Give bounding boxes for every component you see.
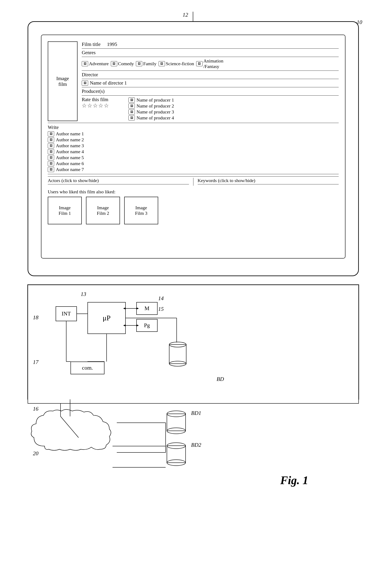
ref-bd2: BD2 [191, 442, 201, 448]
family-label: Family [143, 61, 156, 66]
animation-label: Animation /Fantasy [203, 58, 223, 69]
actors-toggle[interactable]: Actors (click to show/hide) [48, 178, 189, 183]
keywords-toggle[interactable]: Keywords (click to show/hide) [198, 178, 339, 183]
genres-row: 🖼 Adventure 🖼 Comedy 🖼 Family 🖼 Science-… [82, 58, 339, 69]
keywords-col: Keywords (click to show/hide) [198, 178, 339, 186]
film-title-value: 1995 [107, 42, 117, 47]
author7-icon: 🖼 [48, 167, 54, 172]
author5-name: Author name 5 [56, 155, 84, 160]
genres-label: Genres [82, 50, 339, 55]
actors-col: Actors (click to show/hide) [48, 178, 193, 186]
producer2-icon: 🖼 [128, 104, 135, 108]
author4-icon: 🖼 [48, 149, 54, 154]
author1-name: Author name 1 [56, 131, 84, 137]
also-liked-label: Users who liked this film also liked: [48, 189, 339, 195]
image-film-label: Image film [56, 76, 69, 87]
film-thumb-3-label: ImageFilm 3 [135, 205, 147, 216]
film-header: Image film Film title 1995 Genres 🖼 Adve… [48, 42, 339, 121]
genre-comedy[interactable]: 🖼 Comedy [111, 61, 134, 66]
genre-family[interactable]: 🖼 Family [136, 61, 156, 66]
hardware-section: INT μP M Pg com. [28, 285, 359, 404]
fig-label: Fig. 1 [280, 474, 308, 487]
film-title-row: Film title 1995 [82, 42, 339, 47]
svg-marker-32 [136, 324, 139, 327]
stars[interactable]: ☆☆☆☆☆ [82, 102, 124, 109]
producer1-name: Name of producer 1 [137, 97, 174, 103]
also-liked-section: Users who liked this film also liked: Im… [48, 189, 339, 224]
author6-icon: 🖼 [48, 161, 54, 166]
producer-1[interactable]: 🖼 Name of producer 1 [128, 97, 174, 103]
author2-name: Author name 2 [56, 137, 84, 143]
producer4-icon: 🖼 [128, 115, 135, 121]
film-thumbnails: ImageFilm 1 ImageFilm 2 ImageFilm 3 [48, 197, 339, 224]
adventure-icon: 🖼 [82, 61, 88, 66]
image-film-box: Image film [48, 42, 78, 121]
author3-name: Author name 3 [56, 143, 84, 148]
author-7[interactable]: 🖼 Author name 7 [48, 167, 339, 172]
screen: Image film Film title 1995 Genres 🖼 Adve… [41, 35, 345, 258]
write-section: Write 🖼 Author name 1 🖼 Author name 2 🖼 … [48, 125, 339, 172]
author-5[interactable]: 🖼 Author name 5 [48, 155, 339, 160]
author2-icon: 🖼 [48, 137, 54, 142]
producer1-icon: 🖼 [128, 98, 135, 103]
author-4[interactable]: 🖼 Author name 4 [48, 149, 339, 154]
producers-rate-area: Rate this film ☆☆☆☆☆ 🖼 Name of producer … [82, 97, 339, 121]
author-2[interactable]: 🖼 Author name 2 [48, 137, 339, 143]
film-details: Film title 1995 Genres 🖼 Adventure 🖼 Com… [82, 42, 339, 121]
producer-2[interactable]: 🖼 Name of producer 2 [128, 103, 174, 109]
producers-label: Producer(s) [82, 89, 339, 94]
bd2-cylinder [166, 442, 187, 470]
director-name: Name of director 1 [90, 80, 127, 86]
svg-rect-43 [167, 446, 185, 463]
producer3-icon: 🖼 [128, 109, 135, 114]
film-thumb-2[interactable]: ImageFilm 2 [86, 197, 120, 224]
producer-4[interactable]: 🖼 Name of producer 4 [128, 115, 174, 121]
ref-14: 14 [158, 295, 164, 302]
comedy-label: Comedy [118, 61, 134, 66]
genre-animation[interactable]: 🖼 Animation /Fantasy [196, 58, 223, 69]
device: Image film Film title 1995 Genres 🖼 Adve… [28, 21, 359, 276]
write-label: Write [48, 125, 339, 130]
genre-scifi[interactable]: 🖼 Science-fiction [159, 61, 194, 66]
ref-12: 12 [183, 12, 188, 18]
producer2-name: Name of producer 2 [137, 103, 174, 109]
author5-icon: 🖼 [48, 155, 54, 160]
comedy-icon: 🖼 [111, 61, 117, 66]
ref-17: 17 [33, 359, 39, 365]
author4-name: Author name 4 [56, 149, 84, 154]
author1-icon: 🖼 [48, 131, 54, 136]
ref-20: 20 [33, 450, 39, 457]
animation-icon: 🖼 [196, 61, 203, 66]
family-icon: 🖼 [136, 61, 142, 66]
svg-marker-31 [123, 324, 126, 327]
scifi-icon: 🖼 [159, 61, 165, 66]
genre-adventure[interactable]: 🖼 Adventure [82, 61, 109, 66]
actors-keywords-row: Actors (click to show/hide) Keywords (cl… [48, 176, 339, 186]
ref-bd1: BD1 [191, 410, 201, 416]
author-1[interactable]: 🖼 Author name 1 [48, 131, 339, 137]
producer4-name: Name of producer 4 [137, 115, 174, 121]
producers-list: 🖼 Name of producer 1 🖼 Name of producer … [128, 97, 174, 121]
film-thumb-1-label: ImageFilm 1 [59, 205, 71, 216]
ref-15: 15 [158, 306, 164, 312]
bd1-cylinder [166, 410, 187, 439]
film-thumb-2-label: ImageFilm 2 [97, 205, 109, 216]
cloud-shape [28, 408, 117, 455]
ref-18: 18 [33, 315, 39, 321]
ref-bd: BD [217, 376, 224, 382]
director-row[interactable]: 🖼 Name of director 1 [82, 80, 339, 86]
svg-marker-29 [136, 307, 139, 310]
svg-marker-28 [123, 307, 126, 310]
author-6[interactable]: 🖼 Author name 6 [48, 161, 339, 166]
director-label: Director [82, 72, 339, 78]
producer3-name: Name of producer 3 [137, 109, 174, 115]
film-thumb-3[interactable]: ImageFilm 3 [124, 197, 158, 224]
author-3[interactable]: 🖼 Author name 3 [48, 143, 339, 148]
producer-3[interactable]: 🖼 Name of producer 3 [128, 109, 174, 115]
film-thumb-1[interactable]: ImageFilm 1 [48, 197, 82, 224]
scifi-label: Science-fiction [166, 61, 194, 66]
ref-13: 13 [81, 291, 86, 297]
director-icon: 🖼 [82, 81, 88, 86]
rate-section: Rate this film ☆☆☆☆☆ [82, 97, 124, 121]
adventure-label: Adventure [89, 61, 109, 66]
